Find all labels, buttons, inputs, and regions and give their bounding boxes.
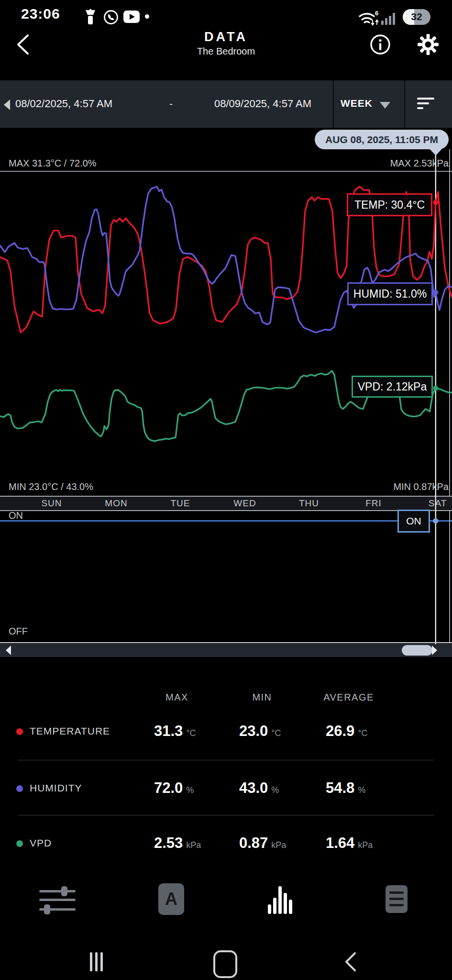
table-row-humidity: HUMIDITY 72.0% 43.0% 54.8% (0, 774, 452, 802)
off-state-label: OFF (9, 626, 28, 637)
day-label: TUE (171, 498, 190, 509)
scrollbar-thumb[interactable] (402, 645, 432, 656)
min-temp-humid-label: MIN 23.0°C / 43.0% (9, 481, 93, 492)
settings-gear-icon[interactable] (416, 33, 440, 56)
unit-label: kPa (358, 840, 373, 850)
temperature-dot-icon (16, 728, 23, 735)
wifi6-icon: 6 (358, 9, 380, 28)
temp-min-value: 23.0 (239, 723, 268, 740)
unit-label: kPa (186, 840, 201, 850)
chart-scrollbar[interactable] (0, 644, 452, 657)
tab-controller-icon[interactable]: A (158, 883, 184, 915)
temp-avg-value: 26.9 (326, 723, 354, 740)
nav-back-icon[interactable] (342, 951, 359, 972)
vpd-avg-value: 1.64 (326, 835, 354, 852)
cursor-on-box: ON (397, 510, 430, 533)
chevron-down-icon[interactable] (380, 102, 390, 109)
day-label: FRI (365, 498, 382, 509)
day-axis: SUN MON TUE WED THU FRI SAT (0, 496, 452, 511)
vpd-dot-icon (16, 840, 23, 847)
unit-label: °C (358, 728, 367, 738)
range-start-date[interactable]: 08/02/2025, 4:57 AM (15, 98, 112, 110)
day-label: THU (299, 498, 319, 509)
max-temp-humid-label: MAX 31.3°C / 72.0% (9, 158, 97, 169)
unit-label: °C (186, 728, 196, 738)
divider (18, 760, 434, 760)
divider (333, 80, 334, 128)
unit-label: °C (271, 728, 281, 738)
stats-header-max: MAX (154, 692, 200, 703)
day-label: SUN (41, 498, 62, 509)
battery-percent: 32 (403, 11, 430, 22)
row-label: VPD (30, 837, 52, 849)
battery-icon: 32 (403, 9, 430, 25)
range-end-date[interactable]: 08/09/2025, 4:57 AM (214, 98, 311, 110)
cursor-temp-box: TEMP: 30.4°C (347, 193, 432, 216)
table-row-temperature: TEMPERATURE 31.3°C 23.0°C 26.9°C (0, 717, 452, 746)
humid-cursor-dot (433, 290, 438, 295)
row-label: TEMPERATURE (30, 725, 110, 737)
range-mode-select[interactable]: WEEK (341, 98, 373, 109)
cursor-humid-box: HUMID: 51.0% (347, 282, 433, 305)
notification-dot-icon (145, 14, 149, 19)
vpd-max-value: 2.53 (154, 835, 183, 852)
tab-data-chart-icon[interactable] (268, 884, 297, 914)
flashlight-icon (84, 9, 97, 26)
range-separator: - (169, 98, 173, 110)
chart-right-border (449, 149, 450, 642)
day-label: MON (105, 498, 127, 509)
nav-recents-icon[interactable] (90, 952, 103, 971)
unit-label: % (186, 785, 194, 795)
divider (18, 815, 434, 815)
on-state-label: ON (9, 510, 23, 521)
max-vpd-label: MAX 2.53kPa (390, 158, 449, 169)
status-time: 23:06 (21, 6, 60, 22)
prev-range-icon[interactable] (4, 100, 10, 110)
temp-max-value: 31.3 (154, 723, 183, 740)
date-range-bar: 08/02/2025, 4:57 AM - 08/09/2025, 4:57 A… (0, 80, 452, 128)
chart-top-border (0, 171, 452, 172)
device-on-line (0, 520, 452, 522)
unit-label: % (358, 785, 365, 795)
divider (404, 80, 405, 128)
humidity-dot-icon (16, 785, 23, 792)
scroll-right-icon[interactable] (432, 646, 437, 655)
cursor-tooltip-pointer (430, 149, 442, 156)
day-label: SAT (429, 498, 447, 509)
signal-strength-icon (381, 12, 397, 25)
svg-text:6: 6 (375, 10, 378, 17)
table-row-vpd: VPD 2.53kPa 0.87kPa 1.64kPa (0, 829, 452, 858)
humid-min-value: 43.0 (239, 780, 268, 797)
tab-notes-icon[interactable] (386, 885, 408, 913)
unit-label: kPa (271, 840, 286, 850)
humid-max-value: 72.0 (154, 780, 183, 797)
unit-label: % (271, 785, 279, 795)
cursor-tooltip: AUG 08, 2025, 11:05 PM (315, 130, 449, 149)
vpd-cursor-dot (433, 386, 438, 391)
tab-settings-sliders-icon[interactable] (39, 886, 76, 913)
chart-bottom-border (0, 642, 452, 643)
stats-header-average: AVERAGE (322, 692, 375, 703)
whatsapp-icon (102, 9, 120, 26)
min-vpd-label: MIN 0.87kPa (393, 481, 449, 492)
scroll-left-icon[interactable] (6, 646, 11, 655)
info-icon[interactable] (369, 33, 391, 56)
cursor-vpd-box: VPD: 2.12kPa (352, 376, 433, 398)
row-label: HUMIDITY (30, 782, 82, 794)
temp-cursor-dot (433, 200, 438, 205)
stats-header-min: MIN (239, 692, 285, 703)
nav-home-icon[interactable] (213, 950, 237, 978)
vpd-min-value: 0.87 (239, 835, 268, 852)
filter-sort-icon[interactable] (417, 98, 436, 111)
youtube-icon (123, 11, 140, 23)
day-label: WED (233, 498, 256, 509)
humid-avg-value: 54.8 (326, 780, 354, 797)
app-screen: 23:06 6 32 DATA The Bedroom (0, 0, 452, 980)
